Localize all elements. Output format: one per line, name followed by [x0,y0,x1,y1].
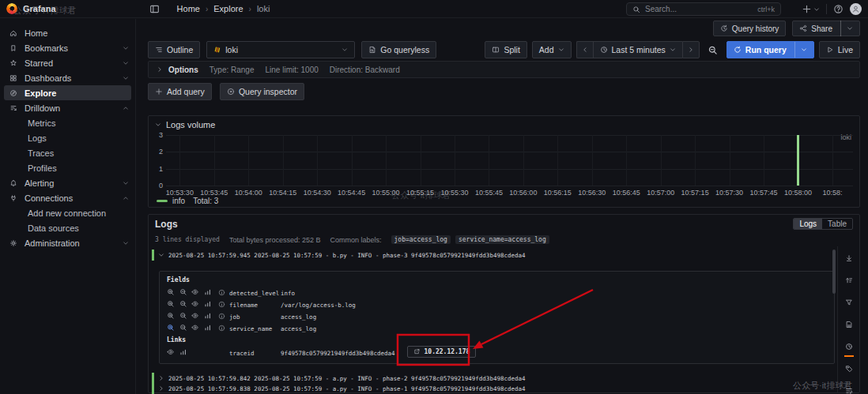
chevron-down-icon [123,60,129,66]
filter-control[interactable] [845,295,853,310]
time-range-forward-button[interactable] [682,41,700,58]
field-actions [167,324,211,332]
split-button[interactable]: Split [485,41,526,58]
x-tick-label: 10:57:30 [715,189,743,197]
time-range-back-button[interactable] [576,41,593,58]
sidebar-item-bookmarks[interactable]: Bookmarks [0,40,135,55]
chevron-down-icon[interactable] [801,47,807,53]
eye-icon[interactable] [191,312,199,320]
stats-bars-icon[interactable] [204,312,212,320]
x-tick-label: 10:55:45 [475,189,503,197]
query-inspector-button[interactable]: Query inspector [220,83,304,100]
chevron-down-icon[interactable] [847,25,853,32]
query-history-button[interactable]: Query history [713,21,786,36]
datasource-picker[interactable]: loki [206,41,355,58]
eye-icon[interactable] [191,288,199,296]
logs-volume-plot[interactable] [166,135,853,186]
breadcrumb-item-explore[interactable]: Explore [213,4,243,13]
field-value: access_log [281,325,316,332]
search-plus-icon[interactable] [167,324,175,332]
log-file-control[interactable] [845,317,853,332]
sidebar-item-add-new-connection[interactable]: Add new connection [0,205,135,220]
share-button[interactable]: Share [792,21,860,36]
sidebar-item-explore[interactable]: Explore [4,85,131,100]
field-name: filename [229,302,258,309]
split-icon [492,46,500,54]
field-name: service_name [229,325,272,332]
sidebar-item-administration[interactable]: Administration [0,235,135,250]
sidebar-item-label: Logs [28,133,47,143]
help-icon[interactable] [833,4,843,14]
live-button[interactable]: Live [819,41,860,58]
chevron-down-icon [123,45,129,51]
query-options-row[interactable]: Options Type: RangeLine limit: 1000Direc… [148,61,860,78]
logs-volume-header[interactable]: Logs volume [155,120,215,129]
view-toggle-logs[interactable]: Logs [794,219,822,229]
legend-total-label: Total: 3 [193,197,218,205]
eye-icon[interactable] [167,348,175,356]
collapse-sidebar-icon[interactable] [149,4,160,14]
sidebar-item-starred[interactable]: Starred [0,55,135,70]
scroll-down-control[interactable] [845,251,853,265]
search-plus-icon[interactable] [167,300,175,308]
grafana-logo-icon[interactable] [6,3,17,14]
log-row[interactable]: 2025-08-25 10:57:59.838 2025-08-25 10:57… [152,383,832,394]
add-new-icon[interactable] [802,4,820,14]
wrap-lines-control[interactable] [845,384,853,394]
search-minus-icon[interactable] [179,288,187,296]
sort-logs-control[interactable] [845,273,853,287]
eye-icon[interactable] [191,300,199,308]
go-queryless-button[interactable]: Go queryless [361,41,436,58]
chevron-right-icon [158,375,164,381]
volume-bar[interactable] [797,135,799,186]
sidebar-item-connections[interactable]: Connections [0,190,135,205]
stats-bars-icon[interactable] [179,348,187,356]
zoom-out-icon[interactable] [704,41,722,58]
log-row-expanded[interactable]: 2025-08-25 10:57:59.945 2025-08-25 10:57… [152,250,832,261]
sidebar-item-profiles[interactable]: Profiles [0,160,135,175]
stats-bars-icon[interactable] [204,324,212,332]
sidebar-item-logs[interactable]: Logs [0,130,135,145]
trace-link-button[interactable]: 10.22.12.178 [407,346,476,358]
search-plus-icon[interactable] [167,312,175,320]
view-toggle-table[interactable]: Table [822,219,852,229]
field-row-job: jobaccess_log [160,311,834,323]
bell-icon [9,179,17,187]
x-tick-label: 10:54:15 [269,189,296,197]
log-details: Fields detected_levelinfofilename/var/lo… [159,271,835,364]
search-minus-icon[interactable] [179,300,187,308]
breadcrumb-item-home[interactable]: Home [177,4,200,13]
clock-control[interactable] [845,340,853,354]
time-range-picker[interactable]: Last 5 minutes [593,41,682,58]
search-minus-icon[interactable] [179,312,187,320]
sidebar-item-drilldown[interactable]: Drilldown [0,100,135,115]
search-plus-icon[interactable] [167,288,175,296]
sidebar-item-alerting[interactable]: Alerting [0,175,135,190]
chart-legend[interactable]: info Total: 3 [157,197,218,205]
lines-displayed-label: 3 lines displayed [155,236,220,243]
stats-bars-icon[interactable] [204,300,212,308]
logs-scrollbar[interactable] [832,250,836,294]
gridline-v [352,135,353,186]
add-dropdown-button[interactable]: Add [532,41,572,58]
stats-bars-icon[interactable] [204,288,212,296]
eye-icon[interactable] [191,324,199,332]
sidebar-item-metrics[interactable]: Metrics [0,115,135,130]
sidebar-item-home[interactable]: Home [0,25,135,40]
sidebar-item-label: Data sources [28,223,79,233]
user-avatar[interactable] [850,3,862,15]
sidebar-item-data-sources[interactable]: Data sources [0,220,135,235]
add-label: Add [539,45,554,54]
chevron-up-icon [123,195,129,201]
sidebar-item-traces[interactable]: Traces [0,145,135,160]
add-query-button[interactable]: Add query [148,83,212,100]
search-input[interactable]: Search... ctrl+k [626,2,781,16]
run-query-button[interactable]: Run query [726,41,814,58]
log-row[interactable]: 2025-08-25 10:57:59.842 2025-08-25 10:57… [152,373,832,384]
sidebar-item-dashboards[interactable]: Dashboards [0,70,135,85]
tag-control[interactable] [845,362,853,376]
sidebar-item-label: Profiles [28,163,57,173]
search-minus-icon[interactable] [179,324,187,332]
breadcrumb-item-loki[interactable]: loki [257,4,270,13]
outline-button[interactable]: Outline [148,41,200,58]
